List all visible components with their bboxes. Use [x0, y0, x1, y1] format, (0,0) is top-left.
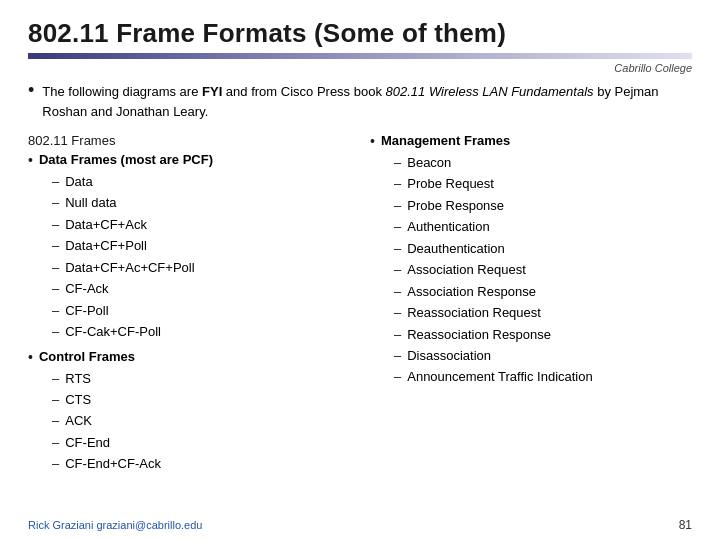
item-text: CF-End+CF-Ack	[65, 453, 161, 474]
dash-icon: –	[52, 257, 59, 278]
item-text: CF-Poll	[65, 300, 108, 321]
intro-section: • The following diagrams are FYI and fro…	[28, 82, 692, 121]
item-text: Association Request	[407, 259, 526, 280]
item-text: CF-Cak+CF-Poll	[65, 321, 161, 342]
list-item: –CF-End	[52, 432, 350, 453]
item-text: CTS	[65, 389, 91, 410]
list-item: –CF-Poll	[52, 300, 350, 321]
item-text: CF-Ack	[65, 278, 108, 299]
list-item: –Probe Response	[394, 195, 692, 216]
item-text: Data+CF+Ack	[65, 214, 147, 235]
list-item: –Probe Request	[394, 173, 692, 194]
dash-icon: –	[52, 278, 59, 299]
slide-title: 802.11 Frame Formats (Some of them)	[28, 18, 692, 49]
list-item: –ACK	[52, 410, 350, 431]
dash-icon: –	[394, 281, 401, 302]
item-text: Null data	[65, 192, 116, 213]
left-column: 802.11 Frames • Data Frames (most are PC…	[28, 133, 360, 475]
slide: 802.11 Frame Formats (Some of them) Cabr…	[0, 0, 720, 540]
list-item: –CTS	[52, 389, 350, 410]
footer: Rick Graziani graziani@cabrillo.edu 81	[28, 518, 692, 532]
data-frames-bullet: •	[28, 152, 33, 168]
item-text: Data+CF+Poll	[65, 235, 147, 256]
dash-icon: –	[52, 368, 59, 389]
item-text: Reassociation Response	[407, 324, 551, 345]
item-text: Probe Request	[407, 173, 494, 194]
list-item: –Reassociation Response	[394, 324, 692, 345]
list-item: –Disassociation	[394, 345, 692, 366]
intro-text: The following diagrams are FYI and from …	[42, 82, 692, 121]
content-area: 802.11 Frames • Data Frames (most are PC…	[28, 133, 692, 475]
item-text: Authentication	[407, 216, 489, 237]
item-text: Association Response	[407, 281, 536, 302]
item-text: Probe Response	[407, 195, 504, 216]
dash-icon: –	[52, 453, 59, 474]
item-text: Deauthentication	[407, 238, 505, 259]
list-item: –CF-Cak+CF-Poll	[52, 321, 350, 342]
footer-email: Rick Graziani graziani@cabrillo.edu	[28, 519, 202, 531]
dash-icon: –	[52, 214, 59, 235]
item-text: Announcement Traffic Indication	[407, 366, 593, 387]
dash-icon: –	[394, 238, 401, 259]
item-text: ACK	[65, 410, 92, 431]
control-frames-bullet: •	[28, 349, 33, 365]
dash-icon: –	[52, 389, 59, 410]
list-item: –RTS	[52, 368, 350, 389]
management-frames-label: Management Frames	[381, 133, 510, 148]
control-frames-row: • Control Frames	[28, 349, 350, 365]
dash-icon: –	[52, 192, 59, 213]
list-item: –Authentication	[394, 216, 692, 237]
dash-icon: –	[394, 173, 401, 194]
data-frames-label: Data Frames (most are PCF)	[39, 152, 213, 167]
dash-icon: –	[52, 432, 59, 453]
dash-icon: –	[394, 324, 401, 345]
dash-icon: –	[394, 345, 401, 366]
dash-icon: –	[394, 216, 401, 237]
control-frames-label: Control Frames	[39, 349, 135, 364]
list-item: –Data+CF+Ac+CF+Poll	[52, 257, 350, 278]
item-text: CF-End	[65, 432, 110, 453]
intro-bullet: •	[28, 80, 34, 101]
list-item: –Data+CF+Poll	[52, 235, 350, 256]
list-item: –Data	[52, 171, 350, 192]
dash-icon: –	[52, 171, 59, 192]
mgmt-bullet: •	[370, 133, 375, 149]
dash-icon: –	[52, 321, 59, 342]
list-item: –Announcement Traffic Indication	[394, 366, 692, 387]
item-text: Data	[65, 171, 92, 192]
dash-icon: –	[394, 152, 401, 173]
item-text: Disassociation	[407, 345, 491, 366]
brand-label: Cabrillo College	[28, 62, 692, 74]
dash-icon: –	[394, 366, 401, 387]
right-column: • Management Frames –Beacon –Probe Reque…	[360, 133, 692, 475]
list-item: –CF-Ack	[52, 278, 350, 299]
control-frames-list: –RTS –CTS –ACK –CF-End –CF-End+CF-Ack	[52, 368, 350, 475]
list-item: –Beacon	[394, 152, 692, 173]
list-item: –Association Response	[394, 281, 692, 302]
brand-bar	[28, 53, 692, 59]
dash-icon: –	[394, 259, 401, 280]
list-item: –CF-End+CF-Ack	[52, 453, 350, 474]
footer-page: 81	[679, 518, 692, 532]
data-frames-row: • Data Frames (most are PCF)	[28, 152, 350, 168]
item-text: RTS	[65, 368, 91, 389]
dash-icon: –	[52, 300, 59, 321]
item-text: Beacon	[407, 152, 451, 173]
list-item: –Reassociation Request	[394, 302, 692, 323]
list-item: –Deauthentication	[394, 238, 692, 259]
dash-icon: –	[394, 302, 401, 323]
list-item: –Data+CF+Ack	[52, 214, 350, 235]
item-text: Reassociation Request	[407, 302, 541, 323]
management-frames-list: –Beacon –Probe Request –Probe Response –…	[394, 152, 692, 388]
data-frames-list: –Data –Null data –Data+CF+Ack –Data+CF+P…	[52, 171, 350, 343]
list-item: –Association Request	[394, 259, 692, 280]
list-item: –Null data	[52, 192, 350, 213]
item-text: Data+CF+Ac+CF+Poll	[65, 257, 194, 278]
mgmt-header-row: • Management Frames	[370, 133, 692, 149]
dash-icon: –	[52, 235, 59, 256]
frames-section: 802.11 Frames • Data Frames (most are PC…	[28, 133, 350, 343]
dash-icon: –	[52, 410, 59, 431]
frames-label: 802.11 Frames	[28, 133, 350, 148]
dash-icon: –	[394, 195, 401, 216]
